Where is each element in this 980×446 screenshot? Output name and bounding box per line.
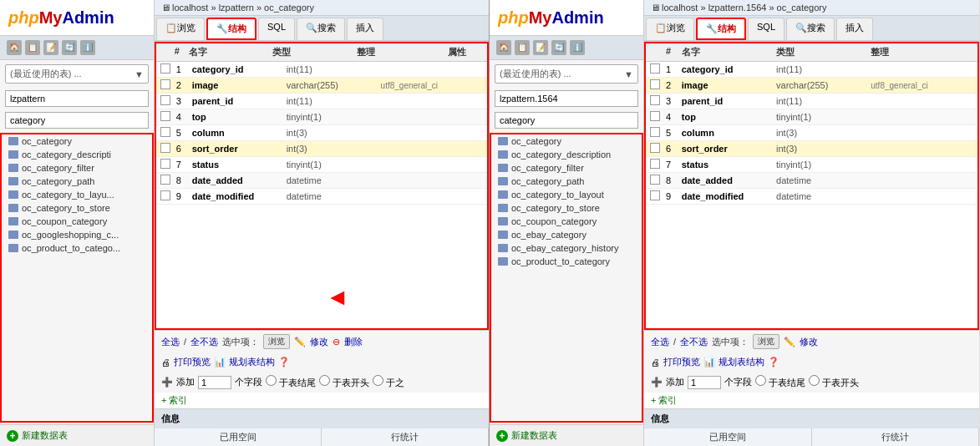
row-checkbox[interactable]: [160, 175, 170, 185]
row-checkbox-r[interactable]: [650, 143, 660, 153]
sidebar-table-item[interactable]: oc_googleshopping_c...: [2, 228, 152, 241]
tab-search-left[interactable]: 🔍搜索: [297, 18, 345, 40]
info-icon[interactable]: ℹ️: [80, 40, 95, 55]
db-select-right[interactable]: lzpattern.1564: [495, 90, 638, 107]
table-search-left[interactable]: category: [5, 112, 149, 129]
row-checkbox[interactable]: [160, 190, 170, 200]
new-db-label-left: 新建数据表: [22, 429, 68, 442]
edit-link[interactable]: 修改: [310, 336, 328, 348]
deselect-all-link-r[interactable]: 全不选: [680, 336, 708, 348]
sidebar-table-item-r[interactable]: oc_product_to_category: [491, 255, 642, 268]
propose-link[interactable]: 规划表结构: [229, 356, 275, 368]
sidebar-table-item[interactable]: oc_category_filter: [2, 161, 152, 175]
recent-tables-dropdown[interactable]: (最近使用的表) ... ▼: [5, 64, 149, 84]
add-label-r: 添加: [666, 376, 684, 388]
sidebar-table-item-r[interactable]: oc_ebay_category_history: [491, 241, 642, 255]
row-checkbox[interactable]: [160, 143, 170, 153]
tab-browse-left[interactable]: 📋浏览: [156, 18, 205, 40]
table-icon[interactable]: 📋: [25, 40, 40, 55]
edit-link-r[interactable]: 修改: [800, 336, 818, 348]
edit-icon[interactable]: ✏️: [294, 337, 306, 347]
print-link[interactable]: 打印预览: [174, 356, 211, 368]
tab-structure-left[interactable]: 🔧结构: [206, 18, 256, 40]
table-icon-item: [498, 164, 508, 172]
row-checkbox[interactable]: [160, 127, 170, 137]
table-search-right[interactable]: category: [495, 112, 638, 129]
row-checkbox-r[interactable]: [650, 175, 660, 185]
refresh-icon-r[interactable]: 🔄: [551, 40, 566, 55]
after-label[interactable]: 于之: [373, 375, 404, 389]
add-field-input-r[interactable]: [688, 376, 721, 389]
index-link-left[interactable]: + 索引: [155, 393, 489, 408]
tab-bar-left: 📋浏览 🔧结构 SQL 🔍搜索 插入: [155, 16, 489, 42]
db-select-left[interactable]: lzpattern: [5, 90, 149, 107]
new-db-button-left[interactable]: + 新建数据表: [0, 424, 154, 446]
sidebar-table-item-r[interactable]: oc_ebay_category: [491, 228, 642, 241]
add-icon: ➕: [161, 377, 173, 388]
tab-insert-left[interactable]: 插入: [347, 18, 383, 40]
at-end-label-r[interactable]: 于表结尾: [755, 375, 805, 389]
home-icon[interactable]: 🏠: [7, 40, 22, 55]
browse-selected-btn-r[interactable]: 浏览: [753, 334, 779, 349]
at-end-label[interactable]: 于表结尾: [266, 375, 316, 389]
tab-insert-right[interactable]: 插入: [836, 18, 873, 40]
row-checkbox-r[interactable]: [650, 95, 660, 105]
logo-php: php: [8, 8, 39, 27]
index-link-right[interactable]: + 索引: [644, 393, 979, 408]
home-icon-r[interactable]: 🏠: [496, 40, 511, 55]
row-checkbox-r[interactable]: [650, 63, 660, 73]
new-db-button-right[interactable]: + 新建数据表: [490, 424, 643, 446]
breadcrumb-right: 🖥 localhost » lzpattern.1564 » oc_catego…: [644, 0, 979, 16]
delete-link[interactable]: 删除: [344, 336, 363, 348]
sidebar-table-item-r[interactable]: oc_category_description: [491, 148, 642, 161]
sidebar-table-item[interactable]: oc_category_to_store: [2, 201, 152, 215]
sidebar-table-item-r[interactable]: oc_coupon_category: [491, 215, 642, 228]
sidebar-table-item[interactable]: oc_category_descripti: [2, 148, 152, 161]
sidebar-table-item-r[interactable]: oc_category: [491, 134, 642, 148]
tab-structure-right[interactable]: 🔧结构: [696, 18, 746, 40]
deselect-all-link[interactable]: 全不选: [190, 336, 218, 348]
at-begin-label[interactable]: 于表开头: [319, 375, 369, 389]
sidebar-table-item-r[interactable]: oc_category_to_store: [491, 201, 642, 215]
row-checkbox[interactable]: [160, 63, 170, 73]
sidebar-table-item-r[interactable]: oc_category_path: [491, 175, 642, 188]
edit-icon-r[interactable]: ✏️: [784, 337, 795, 347]
row-checkbox-r[interactable]: [650, 127, 660, 137]
query-icon[interactable]: 📝: [43, 40, 58, 55]
sidebar-nav-icons-right: 🏠 📋 📝 🔄 ℹ️: [490, 36, 643, 60]
tab-search-right[interactable]: 🔍搜索: [786, 18, 835, 40]
sidebar-table-item-r[interactable]: oc_category_to_layout: [491, 188, 642, 201]
sidebar-table-item[interactable]: oc_coupon_category: [2, 215, 152, 228]
row-checkbox-r[interactable]: [650, 79, 660, 89]
row-checkbox-r[interactable]: [650, 111, 660, 121]
row-checkbox[interactable]: [160, 79, 170, 89]
sidebar-table-item[interactable]: oc_category_path: [2, 175, 152, 188]
sidebar-table-item[interactable]: oc_product_to_catego...: [2, 241, 152, 255]
row-checkbox[interactable]: [160, 111, 170, 121]
propose-link-r[interactable]: 规划表结构: [718, 356, 764, 368]
at-begin-label-r[interactable]: 于表开头: [809, 375, 859, 389]
sidebar-table-item[interactable]: oc_category: [2, 134, 152, 148]
tab-sql-right[interactable]: SQL: [748, 18, 785, 40]
recent-tables-dropdown-right[interactable]: (最近使用的表) ... ▼: [495, 64, 638, 84]
sidebar-table-item[interactable]: oc_category_to_layu...: [2, 188, 152, 201]
row-checkbox-r[interactable]: [650, 159, 660, 169]
table-icon-r[interactable]: 📋: [515, 40, 530, 55]
table-row: 3 parent_id int(11): [156, 94, 487, 109]
select-all-link[interactable]: 全选: [161, 336, 180, 348]
tab-browse-right[interactable]: 📋浏览: [646, 18, 694, 40]
stats-row-stat: 行统计: [322, 428, 489, 446]
browse-selected-btn[interactable]: 浏览: [263, 334, 290, 349]
print-link-r[interactable]: 打印预览: [663, 356, 700, 368]
info-icon-r[interactable]: ℹ️: [570, 40, 585, 55]
delete-icon[interactable]: ⊖: [333, 337, 340, 347]
row-checkbox[interactable]: [160, 95, 170, 105]
row-checkbox[interactable]: [160, 159, 170, 169]
row-checkbox-r[interactable]: [650, 190, 660, 200]
sidebar-table-item-r[interactable]: oc_category_filter: [491, 161, 642, 175]
add-field-input[interactable]: [198, 376, 231, 389]
tab-sql-left[interactable]: SQL: [258, 18, 295, 40]
select-all-link-r[interactable]: 全选: [651, 336, 669, 348]
query-icon-r[interactable]: 📝: [533, 40, 548, 55]
refresh-icon[interactable]: 🔄: [62, 40, 77, 55]
